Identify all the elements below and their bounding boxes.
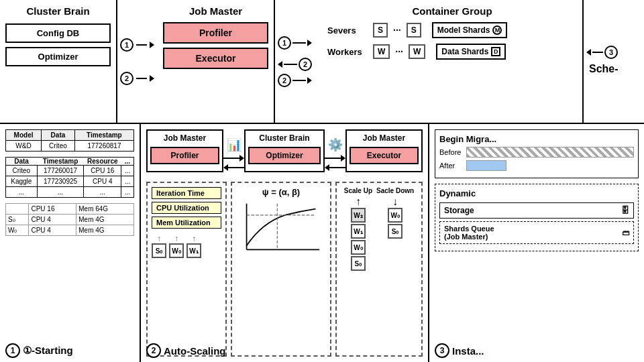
node-w1: W₁: [186, 243, 201, 258]
job-master-top-title: Job Master: [163, 5, 268, 17]
a-mem2: Mem 4G: [76, 225, 134, 236]
server-node-2: S: [407, 23, 421, 38]
down-arrow-icon: ↓: [392, 196, 398, 208]
after-label: After: [439, 162, 464, 170]
config-db-box: Config DB: [5, 23, 111, 43]
circle-autoscaling: 2: [146, 343, 161, 358]
col-timestamp: Timestamp: [74, 130, 133, 141]
a-node0: [6, 204, 29, 215]
cell-model: W&D: [6, 141, 42, 152]
double-arrows: 2 2: [278, 58, 312, 87]
circle-3: 3: [604, 46, 618, 59]
circle-1-right: 1: [278, 36, 291, 50]
r-m3: ...: [121, 187, 134, 198]
shards-queue-label: Shards Queue(Job Master): [444, 225, 494, 241]
a-mem1: Mem 4G: [76, 215, 134, 225]
a-cpu1: CPU 4: [29, 215, 76, 225]
optimizer-cb-title: Cluster Brain: [248, 133, 321, 143]
shards-queue-row: Shards Queue(Job Master) 🗃: [439, 221, 634, 244]
panel-install: Begin Migra... Before After Dynamic Stor…: [429, 124, 644, 362]
h3: [341, 155, 345, 162]
servers-row: Severs S ··· S Model Shards M: [327, 22, 577, 38]
line-back: [284, 64, 297, 65]
cell-data: Criteo: [42, 141, 75, 152]
bottom-section: Model Data Timestamp W&D Criteo 17726081…: [0, 124, 644, 362]
workers-row: Workers W ··· W Data Shards D: [327, 44, 577, 60]
formula-dashed-box: ψ = (α, β): [231, 182, 331, 357]
circle-2-back: 2: [299, 58, 312, 71]
a-node1: S₀: [6, 215, 29, 225]
arr-head-1: [150, 42, 154, 48]
server-dots: ···: [393, 25, 401, 36]
metric-mem: Mem Utilization: [152, 217, 221, 229]
rh-more: ...: [121, 158, 134, 166]
executor-bottom-box: Job Master Executor: [345, 129, 423, 172]
rh-data: Data: [6, 158, 38, 166]
panel-autoscaling: Job Master Profiler 📊: [141, 124, 429, 362]
scale-up-label: Scale Up: [344, 187, 372, 194]
node-s0: S₀: [152, 243, 166, 258]
profiler-bottom-box: Job Master Profiler: [146, 129, 223, 172]
circle-2-top: 2: [120, 72, 133, 85]
model-shards-label: Model Shards: [437, 25, 490, 35]
circle-1-top: 1: [120, 38, 133, 52]
resource-table: Data Timestamp Resource ... Criteo 17726…: [5, 157, 134, 198]
r-m2: ...: [121, 176, 134, 187]
worker-node-2: W: [409, 44, 425, 59]
before-row: Before: [439, 147, 634, 158]
executor-pink-bottom: Executor: [350, 147, 419, 164]
scheduler-box: Sche-: [589, 63, 619, 78]
scale-down-col: Sacle Down ↓ W₀ S₀: [376, 187, 414, 271]
arrow-left-optimizer: [223, 164, 244, 171]
scale-s0: S₀: [351, 256, 366, 271]
performance-curve: [236, 200, 326, 253]
exec-arrows: [325, 155, 345, 171]
line-3: [592, 52, 603, 53]
install-label: 3 Insta...: [435, 343, 484, 358]
head-3l: [586, 49, 591, 56]
line-1r: [292, 42, 306, 44]
autoscaling-bottom: Iteration Time CPU Utilization Mem Utili…: [146, 179, 423, 357]
h2: [223, 164, 228, 171]
optimizer-arrows: ⚙️: [325, 137, 345, 171]
allocation-table: CPU 16 Mem 64G S₀ CPU 4 Mem 4G W₀ CPU 4 …: [5, 203, 134, 236]
scale-columns: Scale Up ↑ W₂ W₁ W₀ S₀ Sacle Down ↓ W₀: [341, 187, 417, 271]
a-node2: W₀: [6, 225, 29, 236]
formula-text: ψ = (α, β): [236, 187, 326, 197]
top-section: Cluster Brain Config DB Optimizer 1 2 Jo…: [0, 0, 644, 124]
arrow-left-exec: [325, 164, 345, 171]
storage-icon: 🗄: [621, 206, 629, 215]
migration-title: Begin Migra...: [439, 134, 634, 144]
optimizer-box-top: Optimizer: [5, 47, 111, 66]
col-data: Data: [42, 130, 75, 141]
model-icon: M: [492, 25, 502, 35]
h1: [239, 155, 244, 162]
table-row: W₀ CPU 4 Mem 4G: [6, 225, 134, 236]
arrow-2-executor: 2: [278, 74, 312, 87]
model-data-table: Model Data Timestamp W&D Criteo 17726081…: [5, 129, 134, 152]
bidirectional-arrows: [223, 155, 244, 171]
after-row: After: [439, 160, 634, 171]
scale-w2: W₂: [351, 208, 366, 223]
data-icon: D: [491, 47, 500, 56]
node-w0-group: ↑ W₀: [169, 234, 184, 258]
arr-line-1: [136, 44, 147, 46]
up-arrow-w0: ↑: [174, 234, 178, 243]
r-ts3: ...: [37, 187, 84, 198]
arrow-1-top: 1: [120, 38, 154, 52]
table-row: Kaggle 177230925 CPU 4 ...: [6, 176, 134, 187]
a-mem0: Mem 64G: [76, 204, 134, 215]
executor-jm-title: Job Master: [350, 133, 419, 143]
arrows-col-1: 1 2: [117, 0, 158, 123]
r-res2: CPU 4: [84, 176, 121, 187]
r-data1: Criteo: [6, 166, 38, 176]
circle-starting: 1: [5, 343, 20, 358]
dynamic-title: Dynamic: [439, 188, 634, 198]
autoscaling-text: Auto-Scaling: [164, 345, 226, 357]
metrics-list: Iteration Time CPU Utilization Mem Utili…: [152, 187, 221, 229]
model-shards-box: Model Shards M: [432, 22, 508, 38]
server-node-1: S: [373, 23, 388, 38]
data-shards-label: Data Shards: [441, 47, 488, 56]
cluster-brain-title: Cluster Brain: [5, 5, 111, 17]
up-arrow-w1: ↑: [192, 234, 196, 243]
